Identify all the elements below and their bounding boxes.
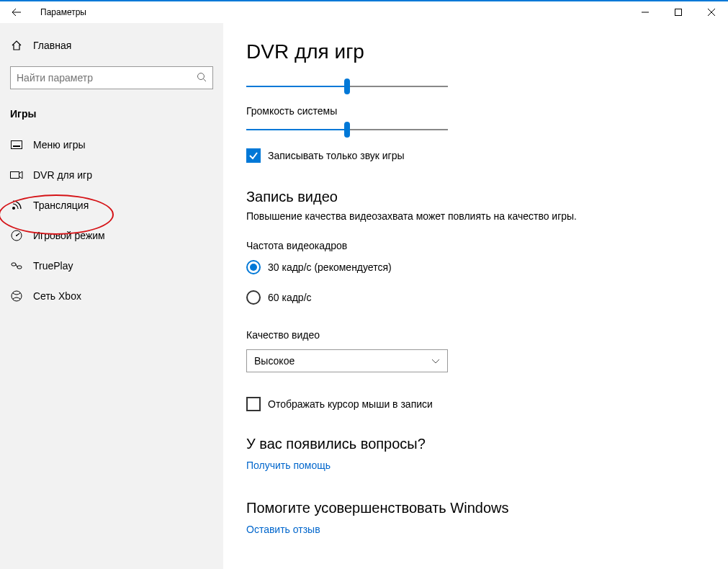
check-icon [248,151,259,161]
get-help-link[interactable]: Получить помощь [246,460,331,471]
svg-rect-8 [11,172,19,179]
svg-rect-6 [12,141,22,149]
page-title: DVR для игр [246,40,705,63]
search-icon [197,72,207,84]
maximize-icon [675,9,682,16]
checkbox-label: Отображать курсор мыши в записи [268,398,433,410]
minimize-button[interactable] [629,1,662,23]
slider-1[interactable] [246,78,448,95]
svg-point-9 [12,207,15,210]
sidebar-item-label: Игровой режим [33,230,105,241]
radio-label: 30 кадр/с (рекомендуется) [268,261,392,273]
radio-button[interactable] [246,290,261,305]
svg-point-12 [16,235,17,236]
sidebar-item-label: Сеть Xbox [33,290,81,302]
gauge-icon [10,229,23,242]
svg-rect-13 [12,263,16,266]
sidebar-item-game-mode[interactable]: Игровой режим [0,220,223,251]
sidebar-section-header: Игры [0,102,223,130]
svg-point-4 [198,73,205,79]
quality-label: Качество видео [246,329,705,341]
minimize-icon [642,9,649,16]
slider-thumb[interactable] [344,79,350,94]
sidebar-item-game-menu[interactable]: Меню игры [0,130,223,160]
search-box[interactable] [10,66,213,89]
dvr-icon [10,169,23,182]
sidebar-item-xbox-network[interactable]: Сеть Xbox [0,281,223,311]
slider-system-volume[interactable] [246,121,448,138]
select-value: Высокое [254,355,295,367]
sidebar-item-label: Трансляция [33,200,89,211]
chevron-down-icon [431,355,440,367]
broadcast-icon [10,199,23,212]
svg-rect-1 [675,9,682,16]
feedback-heading: Помогите усовершенствовать Windows [246,500,705,516]
home-label: Главная [33,40,71,51]
fps-30-radio[interactable]: 30 кадр/с (рекомендуется) [246,260,705,274]
video-record-desc: Повышение качества видеозахвата может по… [246,210,578,224]
checkbox-label: Записывать только звук игры [268,150,405,161]
svg-line-15 [16,264,17,267]
framerate-label: Частота видеокадров [246,240,705,251]
home-icon [10,39,23,52]
sidebar: Главная Игры Меню игры DVR для игр [0,23,223,569]
close-icon [708,9,715,16]
sidebar-item-trueplay[interactable]: TruePlay [0,251,223,281]
game-bar-icon [10,138,23,151]
home-link[interactable]: Главная [0,32,223,59]
system-volume-label: Громкость системы [246,105,705,117]
search-input[interactable] [17,72,197,84]
sidebar-item-dvr[interactable]: DVR для игр [0,160,223,190]
video-record-heading: Запись видео [246,189,705,205]
slider-thumb[interactable] [344,122,350,138]
window-title: Параметры [40,7,86,17]
svg-line-5 [204,79,207,81]
record-game-audio-only-checkbox[interactable] [246,148,261,163]
maximize-button[interactable] [662,1,695,23]
close-button[interactable] [695,1,728,23]
sidebar-item-label: TruePlay [33,260,73,272]
arrow-left-icon [12,7,22,17]
quality-select[interactable]: Высокое [246,349,448,372]
radio-label: 60 кадр/с [268,292,312,303]
feedback-link[interactable]: Оставить отзыв [246,524,320,535]
titlebar: Параметры [0,1,728,23]
questions-heading: У вас появились вопросы? [246,436,705,452]
svg-rect-7 [13,145,20,147]
fps-60-radio[interactable]: 60 кадр/с [246,290,705,305]
xbox-icon [10,290,23,303]
show-cursor-checkbox[interactable] [246,397,261,411]
trueplay-icon [10,259,23,272]
sidebar-item-broadcast[interactable]: Трансляция [0,190,223,220]
back-button[interactable] [6,1,27,23]
svg-point-16 [12,291,22,301]
content-area: DVR для игр Громкость системы Записывать… [223,23,728,569]
sidebar-item-label: Меню игры [33,139,86,151]
sidebar-item-label: DVR для игр [33,169,92,181]
radio-button[interactable] [246,260,261,274]
svg-rect-14 [17,266,22,269]
